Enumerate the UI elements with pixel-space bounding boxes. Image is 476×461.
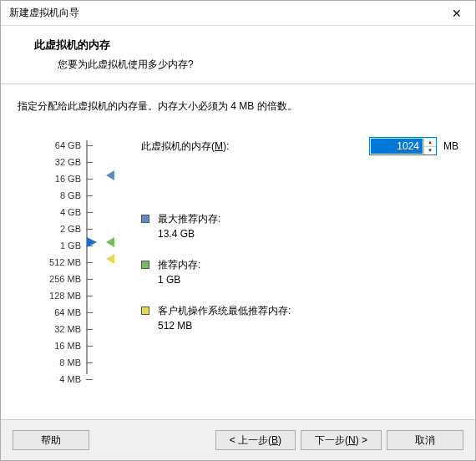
memory-scale: 64 GB32 GB16 GB8 GB4 GB2 GB1 GB512 MB256… [18, 137, 118, 388]
titlebar: 新建虚拟机向导 ✕ [1, 1, 475, 26]
content-area: 指定分配给此虚拟机的内存量。内存大小必须为 4 MB 的倍数。 64 GB32 … [1, 84, 475, 419]
max-recommend-label: 最大推荐内存: [158, 212, 220, 226]
rec-marker-icon [106, 237, 114, 247]
memory-spinbox[interactable]: ▲ ▼ [369, 137, 437, 155]
close-button[interactable]: ✕ [438, 1, 475, 26]
square-blue-icon [141, 215, 149, 223]
square-green-icon [141, 261, 149, 269]
max-recommend: 最大推荐内存: 13.4 GB [141, 212, 458, 240]
close-icon: ✕ [452, 7, 462, 20]
page-subtitle: 您要为此虚拟机使用多少内存? [58, 58, 458, 72]
min-recommend-label: 客户机操作系统最低推荐内存: [158, 304, 291, 318]
min-recommend-value: 512 MB [158, 320, 291, 332]
instruction-text: 指定分配给此虚拟机的内存量。内存大小必须为 4 MB 的倍数。 [18, 99, 458, 114]
cancel-button[interactable]: 取消 [387, 430, 463, 450]
memory-unit: MB [443, 140, 458, 152]
memory-input[interactable] [371, 139, 423, 154]
help-button[interactable]: 帮助 [13, 430, 89, 450]
wizard-header: 此虚拟机的内存 您要为此虚拟机使用多少内存? [1, 26, 475, 84]
min-recommend: 客户机操作系统最低推荐内存: 512 MB [141, 304, 458, 332]
page-title: 此虚拟机的内存 [34, 38, 458, 53]
max-marker-icon [106, 170, 114, 180]
memory-field-label: 此虚拟机的内存(M): [141, 139, 369, 154]
recommend: 推荐内存: 1 GB [141, 258, 458, 286]
scale-markers [101, 137, 126, 388]
min-marker-icon [106, 254, 114, 264]
footer: 帮助 < 上一步(B) 下一步(N) > 取消 [1, 419, 475, 460]
back-button[interactable]: < 上一步(B) [215, 430, 296, 450]
spin-down-icon[interactable]: ▼ [424, 147, 436, 155]
recommend-value: 1 GB [158, 274, 200, 286]
window-title: 新建虚拟机向导 [9, 6, 79, 20]
square-yellow-icon [141, 306, 149, 315]
next-button[interactable]: 下一步(N) > [301, 430, 382, 450]
max-recommend-value: 13.4 GB [158, 228, 220, 240]
spin-up-icon[interactable]: ▲ [424, 139, 436, 147]
slider-thumb[interactable] [87, 237, 97, 247]
recommend-label: 推荐内存: [158, 258, 200, 272]
